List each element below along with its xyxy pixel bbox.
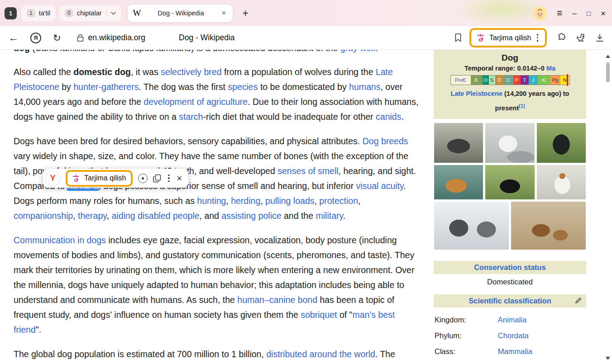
wiki-link[interactable]: military bbox=[316, 211, 343, 221]
dog-photo[interactable] bbox=[537, 165, 586, 199]
timescale-segment[interactable]: D bbox=[495, 76, 504, 85]
reload-button[interactable]: ↻ bbox=[53, 33, 61, 43]
timescale-segment[interactable]: Pg bbox=[550, 76, 560, 85]
vertical-scrollbar[interactable] bbox=[605, 52, 611, 362]
popup-more-icon[interactable] bbox=[167, 175, 171, 182]
tab-tatil[interactable]: 1 ta'til bbox=[21, 5, 56, 21]
new-tab-button[interactable]: + bbox=[238, 7, 253, 19]
text-segment: dog bbox=[14, 50, 30, 53]
browser-menu-icon[interactable]: ≡ bbox=[557, 8, 562, 19]
dog-photo[interactable] bbox=[434, 165, 483, 199]
dog-photo[interactable] bbox=[485, 165, 534, 199]
dog-photo[interactable] bbox=[511, 202, 586, 250]
scientific-classification-header: Scientific classification bbox=[434, 294, 586, 307]
wiki-link[interactable]: senses of smell bbox=[277, 166, 338, 176]
dog-photo[interactable] bbox=[434, 202, 509, 250]
timescale-segment[interactable]: O bbox=[483, 76, 489, 85]
late-pleistocene-link[interactable]: Late Pleistocene bbox=[451, 90, 502, 97]
wiki-link[interactable]: herding bbox=[231, 196, 260, 206]
taxonomy-value-link[interactable]: Animalia bbox=[498, 312, 585, 328]
translate-options-icon[interactable] bbox=[536, 34, 540, 42]
wiki-link[interactable]: starch bbox=[179, 112, 203, 122]
yandex-home-button[interactable]: Я bbox=[30, 33, 41, 43]
wiki-link[interactable]: species bbox=[228, 82, 258, 92]
wiki-link[interactable]: assisting police bbox=[221, 211, 281, 221]
timescale-segment[interactable]: P bbox=[513, 76, 521, 85]
timescale-segment[interactable]: N bbox=[560, 76, 569, 85]
timescale-segment[interactable]: J bbox=[529, 76, 538, 85]
temporal-range: Temporal range: 0.0142–0 Ma bbox=[437, 65, 583, 72]
timescale-segment[interactable]: C bbox=[504, 76, 513, 85]
wiki-link[interactable]: development of agriculture bbox=[143, 97, 248, 107]
wiki-link[interactable]: visual acuity bbox=[356, 181, 404, 191]
translate-icon bbox=[72, 174, 80, 183]
timescale-segment[interactable]: T bbox=[521, 76, 529, 85]
toolbar-translate-button[interactable]: Tarjima qilish bbox=[471, 30, 545, 46]
search-circle-icon[interactable] bbox=[138, 174, 148, 183]
tab-group-badge[interactable]: 1 bbox=[5, 7, 17, 19]
wiki-link[interactable]: therapy bbox=[78, 211, 107, 221]
scientific-classification-link[interactable]: Scientific classification bbox=[469, 297, 551, 305]
translate-icon bbox=[476, 33, 485, 43]
taxonomy-rank: Phylum: bbox=[435, 328, 498, 344]
wiki-link[interactable]: pulling loads bbox=[265, 196, 314, 206]
user-avatar[interactable] bbox=[533, 6, 547, 20]
reference-1-link[interactable]: [1] bbox=[519, 103, 525, 109]
wiki-link[interactable]: canids bbox=[376, 112, 401, 122]
copy-icon[interactable] bbox=[153, 174, 161, 183]
wiki-link[interactable]: Dog breeds bbox=[363, 136, 408, 146]
dog-photo[interactable] bbox=[537, 123, 586, 163]
back-button[interactable]: ← bbox=[8, 32, 19, 44]
wiki-link[interactable]: aiding disabled people bbox=[111, 211, 199, 221]
popup-translate-button[interactable]: Tarjima qilish bbox=[67, 172, 131, 185]
scroll-down-arrow[interactable] bbox=[606, 357, 610, 362]
paragraph-lead: Also called the domestic dog, it was sel… bbox=[14, 65, 421, 124]
dino-game-icon[interactable] bbox=[575, 33, 586, 43]
tab-close-icon[interactable]: × bbox=[221, 9, 227, 18]
wiki-link[interactable]: protection bbox=[319, 196, 358, 206]
conservation-status-link[interactable]: Conservation status bbox=[474, 263, 546, 271]
wiki-link[interactable]: sobriquet bbox=[301, 310, 337, 320]
wiki-link[interactable]: hunting bbox=[197, 196, 226, 206]
wiki-link[interactable]: humans bbox=[349, 82, 380, 92]
maximize-button[interactable]: □ bbox=[587, 10, 591, 17]
wiki-link[interactable]: Communication in dogs bbox=[14, 235, 106, 245]
minimize-button[interactable]: – bbox=[572, 9, 576, 17]
bookmark-icon[interactable] bbox=[454, 33, 462, 43]
text-segment: to be domesticated by bbox=[258, 82, 349, 92]
wiki-link[interactable]: selectively bred bbox=[161, 67, 221, 77]
tab-active-dog-wikipedia[interactable]: W Dog - Wikipedia × bbox=[128, 5, 233, 22]
extensions-puzzle-icon[interactable] bbox=[556, 33, 566, 43]
lock-icon[interactable] bbox=[76, 33, 84, 42]
wiki-link[interactable]: hunter-gatherers bbox=[73, 82, 139, 92]
taxonomy-value-link[interactable]: Mammalia bbox=[498, 344, 585, 359]
timescale-segment[interactable]: S bbox=[489, 76, 495, 85]
wiki-link[interactable]: distributed around the world bbox=[266, 349, 375, 359]
popup-close-icon[interactable]: × bbox=[177, 173, 182, 184]
yandex-logo-icon[interactable]: Y bbox=[45, 171, 60, 186]
range-rest: (14,200 years ago) to present bbox=[495, 90, 569, 112]
wiki-link[interactable]: gray wolf bbox=[340, 50, 376, 53]
wiki-link[interactable]: companionship bbox=[14, 211, 73, 221]
translate-label: Tarjima qilish bbox=[84, 174, 126, 182]
timescale-segment[interactable]: K bbox=[538, 76, 550, 85]
window-close-button[interactable]: × bbox=[601, 9, 606, 18]
tab-chiptalar[interactable]: 0 chiptalar bbox=[59, 5, 121, 21]
address-url[interactable]: en.wikipedia.org bbox=[88, 33, 145, 43]
scrollbar-thumb[interactable] bbox=[606, 62, 610, 82]
edit-icon[interactable] bbox=[575, 297, 582, 304]
omnibox-page-title[interactable]: Dog - Wikipedia bbox=[179, 33, 235, 43]
dog-photo[interactable] bbox=[434, 123, 483, 163]
text-segment: and the bbox=[282, 211, 316, 221]
taxonomy-value-link[interactable]: Carnivora bbox=[498, 359, 585, 364]
dog-photo[interactable] bbox=[485, 123, 534, 163]
scroll-up-arrow[interactable] bbox=[606, 52, 610, 58]
wiki-link[interactable]: human–canine bond bbox=[237, 295, 317, 305]
chevron-down-icon[interactable] bbox=[106, 9, 116, 18]
timescale-segment[interactable]: Є bbox=[471, 76, 483, 85]
downloads-icon[interactable] bbox=[595, 33, 605, 43]
taxonomy-value-link[interactable]: Chordata bbox=[498, 328, 585, 344]
page-viewport: dog (Canis familiaris or Canis lupus fam… bbox=[0, 50, 612, 364]
ma-link[interactable]: Ma bbox=[545, 65, 555, 72]
timescale-segment[interactable]: PreЄ bbox=[451, 76, 471, 85]
